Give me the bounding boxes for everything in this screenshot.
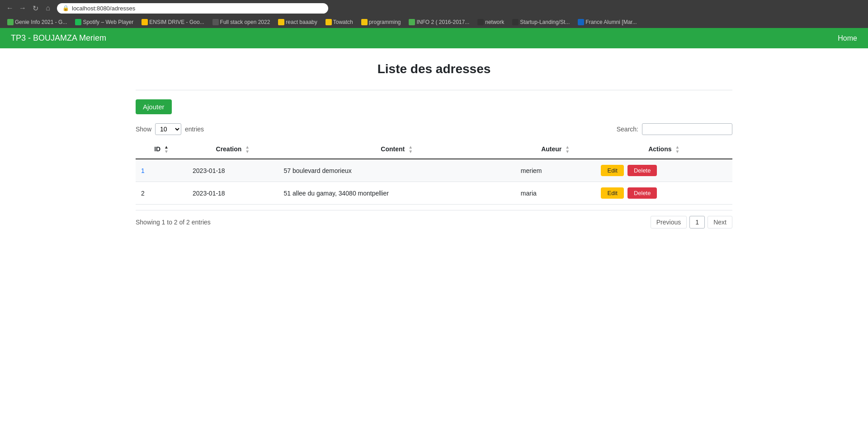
bookmark-favicon-1 bbox=[7, 19, 14, 25]
sort-down-actions: ▼ bbox=[675, 149, 679, 154]
previous-button[interactable]: Previous bbox=[651, 216, 687, 228]
col-id-label: ID bbox=[154, 145, 160, 153]
bookmark-label-3: ENSIM DRIVE - Goo... bbox=[149, 19, 204, 25]
navbar-brand[interactable]: TP3 - BOUJAMZA Meriem bbox=[11, 33, 106, 43]
bookmark-11[interactable]: France Alumni [Mar... bbox=[575, 18, 639, 26]
pagination: Previous 1 Next bbox=[651, 216, 732, 228]
table-header: ID ▲ ▼ Creation ▲ ▼ Content ▲ bbox=[136, 140, 732, 159]
col-content-label: Content bbox=[381, 145, 405, 153]
sort-icons-creation: ▲ ▼ bbox=[245, 145, 250, 154]
row1-actions: Edit Delete bbox=[595, 159, 732, 182]
col-creation-label: Creation bbox=[216, 145, 242, 153]
bookmark-label-9: network bbox=[485, 19, 504, 25]
app-navbar: TP3 - BOUJAMZA Meriem Home bbox=[0, 28, 868, 48]
row1-content: 57 boulevard demorieux bbox=[278, 159, 515, 182]
row1-creation: 2023-01-18 bbox=[187, 159, 278, 182]
search-label: Search: bbox=[617, 126, 638, 133]
col-content[interactable]: Content ▲ ▼ bbox=[278, 140, 515, 159]
bookmark-6[interactable]: Towatch bbox=[323, 18, 356, 26]
bookmark-label-5: react baaaby bbox=[286, 19, 317, 25]
row2-actions-cell: Edit Delete bbox=[601, 187, 727, 199]
bookmark-favicon-2 bbox=[75, 19, 81, 25]
entries-select[interactable]: 10 25 50 100 bbox=[155, 123, 181, 135]
bookmark-label-10: Startup-Landing/St... bbox=[520, 19, 570, 25]
row2-delete-button[interactable]: Delete bbox=[627, 187, 657, 199]
bookmark-favicon-4 bbox=[212, 19, 219, 25]
sort-icons-id: ▲ ▼ bbox=[164, 145, 169, 154]
bookmark-favicon-7 bbox=[361, 19, 368, 25]
show-label: Show bbox=[136, 126, 151, 133]
col-actions[interactable]: Actions ▲ ▼ bbox=[595, 140, 732, 159]
sort-icons-auteur: ▲ ▼ bbox=[565, 145, 570, 154]
row2-creation: 2023-01-18 bbox=[187, 182, 278, 205]
row2-id: 2 bbox=[136, 182, 187, 205]
col-id[interactable]: ID ▲ ▼ bbox=[136, 140, 187, 159]
row2-edit-button[interactable]: Edit bbox=[601, 187, 623, 199]
main-content: Liste des adresses Ajouter Show 10 25 50… bbox=[118, 48, 750, 242]
table-footer: Showing 1 to 2 of 2 entries Previous 1 N… bbox=[136, 210, 732, 228]
search-input[interactable] bbox=[642, 123, 732, 135]
page-number[interactable]: 1 bbox=[689, 216, 705, 228]
bookmark-5[interactable]: react baaaby bbox=[275, 18, 320, 26]
bookmark-2[interactable]: Spotify – Web Player bbox=[72, 18, 136, 26]
forward-button[interactable]: → bbox=[17, 3, 28, 14]
row1-delete-button[interactable]: Delete bbox=[627, 165, 657, 176]
next-button[interactable]: Next bbox=[708, 216, 732, 228]
row1-auteur: meriem bbox=[515, 159, 596, 182]
home-button[interactable]: ⌂ bbox=[42, 3, 53, 14]
bookmark-4[interactable]: Full stack open 2022 bbox=[210, 18, 273, 26]
bookmark-favicon-11 bbox=[578, 19, 584, 25]
bookmark-3[interactable]: ENSIM DRIVE - Goo... bbox=[139, 18, 207, 26]
bookmark-7[interactable]: programming bbox=[359, 18, 404, 26]
showing-text: Showing 1 to 2 of 2 entries bbox=[136, 219, 211, 226]
bookmarks-bar: Genie Info 2021 - G... Spotify – Web Pla… bbox=[0, 16, 868, 28]
header-row: ID ▲ ▼ Creation ▲ ▼ Content ▲ bbox=[136, 140, 732, 159]
table-body: 1 2023-01-18 57 boulevard demorieux meri… bbox=[136, 159, 732, 205]
col-auteur-label: Auteur bbox=[541, 145, 561, 153]
bookmark-favicon-5 bbox=[278, 19, 284, 25]
table-controls: Show 10 25 50 100 entries Search: bbox=[136, 123, 732, 135]
bookmark-label-1: Genie Info 2021 - G... bbox=[15, 19, 67, 25]
table-row: 2 2023-01-18 51 allee du gamay, 34080 mo… bbox=[136, 182, 732, 205]
show-entries-control: Show 10 25 50 100 entries bbox=[136, 123, 204, 135]
browser-chrome: ← → ↻ ⌂ 🔒 localhost:8080/adresses Genie … bbox=[0, 0, 868, 28]
bookmark-1[interactable]: Genie Info 2021 - G... bbox=[5, 18, 70, 26]
row2-content: 51 allee du gamay, 34080 montpellier bbox=[278, 182, 515, 205]
nav-buttons: ← → ↻ ⌂ bbox=[5, 3, 53, 14]
bookmark-10[interactable]: Startup-Landing/St... bbox=[509, 18, 572, 26]
sort-down-id: ▼ bbox=[164, 149, 169, 154]
title-divider bbox=[136, 90, 732, 90]
col-auteur[interactable]: Auteur ▲ ▼ bbox=[515, 140, 596, 159]
sort-down-creation: ▼ bbox=[245, 149, 250, 154]
bookmark-label-8: INFO 2 ( 2016-2017... bbox=[416, 19, 469, 25]
bookmark-label-2: Spotify – Web Player bbox=[83, 19, 133, 25]
data-table: ID ▲ ▼ Creation ▲ ▼ Content ▲ bbox=[136, 140, 732, 205]
refresh-button[interactable]: ↻ bbox=[30, 3, 41, 14]
add-button[interactable]: Ajouter bbox=[136, 99, 172, 114]
sort-down-auteur: ▼ bbox=[565, 149, 570, 154]
bookmark-label-11: France Alumni [Mar... bbox=[585, 19, 637, 25]
browser-toolbar: ← → ↻ ⌂ 🔒 localhost:8080/adresses bbox=[0, 0, 868, 16]
bookmark-label-6: Towatch bbox=[333, 19, 353, 25]
bookmark-label-7: programming bbox=[369, 19, 401, 25]
bookmark-favicon-10 bbox=[512, 19, 519, 25]
entries-label: entries bbox=[185, 126, 204, 133]
bookmark-9[interactable]: network bbox=[475, 18, 507, 26]
lock-icon: 🔒 bbox=[62, 5, 69, 11]
col-creation[interactable]: Creation ▲ ▼ bbox=[187, 140, 278, 159]
bookmark-favicon-6 bbox=[326, 19, 332, 25]
sort-down-content: ▼ bbox=[408, 149, 413, 154]
row1-actions-cell: Edit Delete bbox=[601, 165, 727, 176]
bookmark-8[interactable]: INFO 2 ( 2016-2017... bbox=[406, 18, 472, 26]
row2-auteur: maria bbox=[515, 182, 596, 205]
sort-icons-content: ▲ ▼ bbox=[408, 145, 413, 154]
navbar-home-link[interactable]: Home bbox=[838, 34, 857, 42]
col-actions-label: Actions bbox=[648, 145, 671, 153]
bookmark-label-4: Full stack open 2022 bbox=[220, 19, 270, 25]
page-title: Liste des adresses bbox=[136, 62, 732, 76]
address-bar[interactable]: 🔒 localhost:8080/adresses bbox=[57, 3, 328, 14]
table-row: 1 2023-01-18 57 boulevard demorieux meri… bbox=[136, 159, 732, 182]
row2-actions: Edit Delete bbox=[595, 182, 732, 205]
row1-edit-button[interactable]: Edit bbox=[601, 165, 623, 176]
back-button[interactable]: ← bbox=[5, 3, 15, 14]
